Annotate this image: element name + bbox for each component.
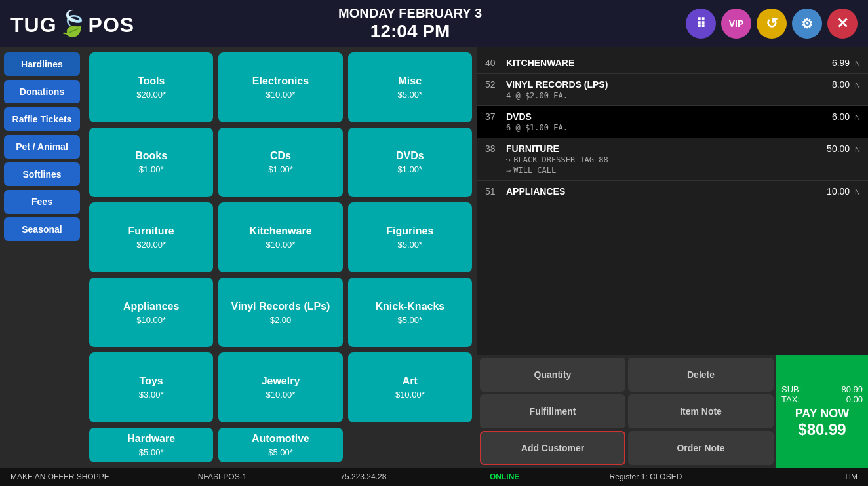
header-time: 12:04 PM — [338, 21, 482, 42]
sidebar-item-seasonal[interactable]: Seasonal — [4, 217, 80, 241]
cat-furniture[interactable]: Furniture $20.00* — [89, 202, 213, 272]
cat-appliances-price: $10.00* — [136, 315, 166, 325]
cat-toys-price: $3.00* — [139, 390, 164, 400]
sub-value: 80.99 — [841, 384, 863, 394]
table-row[interactable]: 37 DVDS 6.00 N 6 @ $1.00 EA. — [477, 106, 868, 138]
grid-button[interactable]: ⠿ — [686, 9, 716, 39]
cat-cds-price: $1.00* — [268, 164, 293, 174]
cat-dvds-price: $1.00* — [398, 164, 423, 174]
vip-label: VIP — [729, 18, 744, 29]
action-grid: Quantity Delete Fulfillment Item Note Ad… — [477, 355, 776, 468]
table-row[interactable]: 40 KITCHENWARE 6.99 N — [477, 52, 868, 74]
cat-figurines-name: Figurines — [386, 225, 433, 237]
pay-now-panel[interactable]: SUB: 80.99 TAX: 0.00 PAY NOW $80.99 — [776, 355, 868, 468]
logo: TUG🍃POS — [10, 9, 134, 38]
table-row[interactable]: 52 VINYL RECORDS (LPS) 8.00 N 4 @ $2.00 … — [477, 74, 868, 106]
cat-electronics-name: Electronics — [252, 75, 309, 87]
cat-art-price: $10.00* — [395, 390, 425, 400]
store-name: MAKE AN OFFER SHOPPE — [10, 472, 151, 481]
header: TUG🍃POS MONDAY FEBRUARY 3 12:04 PM ⠿ VIP… — [0, 0, 868, 47]
cat-tools-name: Tools — [138, 75, 165, 87]
settings-button[interactable]: ⚙ — [792, 9, 822, 39]
cat-jewelry[interactable]: Jewelry $10.00* — [218, 352, 342, 422]
header-center: MONDAY FEBRUARY 3 12:04 PM — [338, 6, 482, 42]
user-name: TIM — [717, 472, 858, 481]
logo-text: TUG🍃POS — [10, 9, 134, 38]
cat-hardware[interactable]: Hardware $5.00* — [89, 428, 213, 462]
cat-dvds-name: DVDs — [396, 150, 424, 162]
item-note-button[interactable]: Item Note — [628, 394, 774, 428]
cat-vinyl-price: $2.00 — [270, 315, 292, 325]
sidebar-item-donations[interactable]: Donations — [4, 80, 80, 103]
item-name: KITCHENWARE — [506, 58, 574, 68]
item-name: DVDS — [506, 111, 532, 122]
close-button[interactable]: ✕ — [827, 9, 858, 39]
cat-furniture-name: Furniture — [128, 225, 174, 237]
cat-books-price: $1.00* — [139, 164, 164, 174]
cat-kitchenware-name: Kitchenware — [249, 225, 311, 237]
cat-appliances-name: Appliances — [123, 301, 179, 312]
item-price: 10.00 N — [827, 186, 860, 196]
sidebar-item-pet-animal[interactable]: Pet / Animal — [4, 135, 80, 159]
cat-cds[interactable]: CDs $1.00* — [218, 128, 342, 198]
cat-electronics[interactable]: Electronics $10.00* — [218, 52, 342, 122]
order-panel: 40 KITCHENWARE 6.99 N 52 VINYL RECORDS (… — [477, 47, 868, 468]
register-status: Register 1: CLOSED — [575, 472, 716, 481]
table-row[interactable]: 38 FURNITURE 50.00 N ↪ BLACK DRESSER TAG… — [477, 138, 868, 181]
item-num: 38 — [485, 143, 501, 154]
cat-vinyl[interactable]: Vinyl Records (LPs) $2.00 — [218, 278, 342, 348]
sidebar-item-softlines[interactable]: Softlines — [4, 162, 80, 186]
cat-figurines[interactable]: Figurines $5.00* — [348, 202, 472, 272]
cat-kitchenware[interactable]: Kitchenware $10.00* — [218, 202, 342, 272]
cat-cds-name: CDs — [270, 150, 291, 162]
cat-books[interactable]: Books $1.00* — [89, 128, 213, 198]
refresh-icon: ↺ — [766, 15, 778, 32]
cat-art-name: Art — [403, 375, 418, 387]
cat-furniture-price: $20.00* — [136, 240, 166, 250]
item-name: FURNITURE — [506, 143, 559, 154]
delete-button[interactable]: Delete — [628, 358, 774, 392]
vip-button[interactable]: VIP — [721, 9, 751, 39]
cat-art[interactable]: Art $10.00* — [348, 352, 472, 422]
ip-address: 75.223.24.28 — [293, 472, 434, 481]
item-num: 40 — [485, 58, 501, 68]
cat-jewelry-name: Jewelry — [262, 375, 300, 387]
cat-knickknacks[interactable]: Knick-Knacks $5.00* — [348, 278, 472, 348]
cat-electronics-price: $10.00* — [266, 90, 296, 100]
item-num: 37 — [485, 111, 501, 122]
item-num: 51 — [485, 186, 501, 196]
cat-misc-price: $5.00* — [398, 90, 423, 100]
item-price: 6.99 N — [832, 58, 860, 68]
order-list: 40 KITCHENWARE 6.99 N 52 VINYL RECORDS (… — [477, 47, 868, 355]
table-row[interactable]: 51 APPLIANCES 10.00 N — [477, 181, 868, 202]
pay-now-label: PAY NOW — [795, 407, 850, 421]
cat-toys[interactable]: Toys $3.00* — [89, 352, 213, 422]
sidebar-item-fees[interactable]: Fees — [4, 190, 80, 214]
refresh-button[interactable]: ↺ — [757, 9, 787, 39]
cat-kitchenware-price: $10.00* — [266, 240, 296, 250]
order-note-button[interactable]: Order Note — [628, 431, 774, 465]
quantity-button[interactable]: Quantity — [480, 358, 625, 392]
cat-tools[interactable]: Tools $20.00* — [89, 52, 213, 122]
item-sub: 6 @ $1.00 EA. — [485, 123, 860, 132]
item-note: ↪ BLACK DRESSER TAG 88 — [485, 155, 860, 164]
cat-appliances[interactable]: Appliances $10.00* — [89, 278, 213, 348]
cat-jewelry-price: $10.00* — [266, 390, 296, 400]
header-date: MONDAY FEBRUARY 3 — [338, 6, 482, 21]
header-icons: ⠿ VIP ↺ ⚙ ✕ — [686, 9, 858, 39]
cat-misc[interactable]: Misc $5.00* — [348, 52, 472, 122]
item-sub: 4 @ $2.00 EA. — [485, 91, 860, 100]
add-customer-button[interactable]: Add Customer — [480, 431, 625, 465]
cat-automotive[interactable]: Automotive $5.00* — [218, 428, 342, 462]
settings-icon: ⚙ — [801, 16, 813, 31]
sidebar-item-raffle[interactable]: Raffle Tickets — [4, 107, 80, 131]
tax-value: 0.00 — [846, 394, 863, 404]
fulfillment-button[interactable]: Fulfillment — [480, 394, 625, 428]
cat-tools-price: $20.00* — [136, 90, 166, 100]
tax-label: TAX: — [781, 394, 800, 404]
sidebar-item-hardlines[interactable]: Hardlines — [4, 52, 80, 76]
sidebar: Hardlines Donations Raffle Tickets Pet /… — [0, 47, 84, 468]
grid-icon: ⠿ — [696, 16, 706, 31]
cat-dvds[interactable]: DVDs $1.00* — [348, 128, 472, 198]
category-grid: Tools $20.00* Electronics $10.00* Misc $… — [84, 47, 477, 468]
